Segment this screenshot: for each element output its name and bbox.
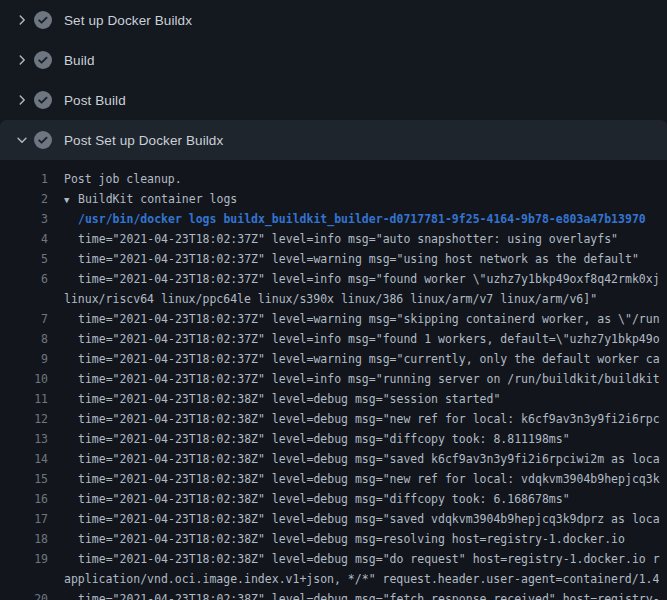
log-line-number[interactable]: 4: [0, 229, 48, 249]
log-row: 3 /usr/bin/docker logs buildx_buildkit_b…: [0, 209, 667, 229]
log-line-number[interactable]: 16: [0, 489, 48, 509]
log-row: 16 time="2021-04-23T18:02:38Z" level=deb…: [0, 489, 667, 509]
log-row: 9 time="2021-04-23T18:02:37Z" level=warn…: [0, 349, 667, 369]
chevron-right-icon[interactable]: [10, 52, 34, 68]
log-line-text: /usr/bin/docker logs buildx_buildkit_bui…: [78, 209, 646, 229]
workflow-log-viewer: Set up Docker Buildx Build Post Build Po…: [0, 0, 667, 600]
log-line-text: time="2021-04-23T18:02:38Z" level=debug …: [78, 389, 500, 409]
log-line-number[interactable]: 20: [0, 589, 48, 600]
log-line-text: linux/riscv64 linux/ppc64le linux/s390x …: [64, 289, 597, 309]
log-line-number[interactable]: 8: [0, 329, 48, 349]
log-line-number[interactable]: 6: [0, 269, 48, 289]
log-row: 20 time="2021-04-23T18:02:38Z" level=deb…: [0, 589, 667, 600]
log-line-text: time="2021-04-23T18:02:37Z" level=warnin…: [78, 309, 660, 329]
log-line-number[interactable]: 1: [0, 169, 48, 189]
check-circle-icon: [34, 51, 52, 69]
log-line-number[interactable]: 15: [0, 469, 48, 489]
log-row: linux/riscv64 linux/ppc64le linux/s390x …: [0, 289, 667, 309]
log-line-text: time="2021-04-23T18:02:37Z" level=info m…: [78, 369, 660, 389]
log-line-text: time="2021-04-23T18:02:38Z" level=debug …: [78, 529, 625, 549]
log-row: 11 time="2021-04-23T18:02:38Z" level=deb…: [0, 389, 667, 409]
chevron-right-icon[interactable]: [10, 92, 34, 108]
log-row: 17 time="2021-04-23T18:02:38Z" level=deb…: [0, 509, 667, 529]
check-circle-icon: [34, 91, 52, 109]
step-row-1[interactable]: Build: [0, 40, 667, 80]
check-circle-icon: [34, 131, 52, 149]
step-label: Set up Docker Buildx: [64, 13, 192, 28]
log-line-number[interactable]: 11: [0, 389, 48, 409]
log-line-number: [0, 289, 48, 309]
log-row: 1 Post job cleanup.: [0, 169, 667, 189]
log-line-number[interactable]: 18: [0, 529, 48, 549]
log-line-number[interactable]: 2: [0, 189, 48, 209]
log-row: 2 ▼BuildKit container logs: [0, 189, 667, 209]
log-line-number[interactable]: 10: [0, 369, 48, 389]
chevron-down-icon[interactable]: [10, 132, 34, 148]
log-line-number[interactable]: 12: [0, 409, 48, 429]
log-line-text: time="2021-04-23T18:02:38Z" level=debug …: [78, 409, 660, 429]
log-row: 10 time="2021-04-23T18:02:37Z" level=inf…: [0, 369, 667, 389]
log-line-text: time="2021-04-23T18:02:38Z" level=debug …: [78, 489, 570, 509]
log-line-number[interactable]: 19: [0, 549, 48, 569]
log-line-number[interactable]: 17: [0, 509, 48, 529]
log-row: 18 time="2021-04-23T18:02:38Z" level=deb…: [0, 529, 667, 549]
log-row: 8 time="2021-04-23T18:02:37Z" level=info…: [0, 329, 667, 349]
log-line-text: time="2021-04-23T18:02:37Z" level=info m…: [78, 269, 660, 289]
step-label: Build: [64, 53, 95, 68]
log-line-number: [0, 569, 48, 589]
log-line-text: ▼BuildKit container logs: [64, 189, 237, 209]
log-line-text: time="2021-04-23T18:02:38Z" level=debug …: [78, 469, 660, 489]
steps-list: Set up Docker Buildx Build Post Build Po…: [0, 0, 667, 160]
step-row-0[interactable]: Set up Docker Buildx: [0, 0, 667, 40]
log-row: 7 time="2021-04-23T18:02:37Z" level=warn…: [0, 309, 667, 329]
step-label: Post Build: [64, 93, 126, 108]
log-line-number[interactable]: 13: [0, 429, 48, 449]
log-line-text: application/vnd.oci.image.index.v1+json,…: [64, 569, 659, 589]
step-row-3[interactable]: Post Set up Docker Buildx: [0, 120, 667, 160]
log-row: 19 time="2021-04-23T18:02:38Z" level=deb…: [0, 549, 667, 569]
log-row: 15 time="2021-04-23T18:02:38Z" level=deb…: [0, 469, 667, 489]
log-area: 1 Post job cleanup. 2 ▼BuildKit containe…: [0, 160, 667, 600]
log-line-text: time="2021-04-23T18:02:37Z" level=warnin…: [78, 349, 660, 369]
log-line-number[interactable]: 7: [0, 309, 48, 329]
group-title[interactable]: BuildKit container logs: [78, 192, 237, 206]
log-line-text: time="2021-04-23T18:02:37Z" level=info m…: [78, 329, 660, 349]
log-line-text: time="2021-04-23T18:02:37Z" level=warnin…: [78, 249, 639, 269]
log-line-text: Post job cleanup.: [64, 169, 182, 189]
log-line-text: time="2021-04-23T18:02:38Z" level=debug …: [78, 549, 660, 569]
log-line-text: time="2021-04-23T18:02:38Z" level=debug …: [78, 449, 660, 469]
check-circle-icon: [34, 11, 52, 29]
log-line-text: time="2021-04-23T18:02:38Z" level=debug …: [78, 509, 660, 529]
log-row: 14 time="2021-04-23T18:02:38Z" level=deb…: [0, 449, 667, 469]
log-line-number[interactable]: 9: [0, 349, 48, 369]
chevron-right-icon[interactable]: [10, 12, 34, 28]
log-line-number[interactable]: 3: [0, 209, 48, 229]
log-line-text: time="2021-04-23T18:02:38Z" level=debug …: [78, 429, 570, 449]
log-line-number[interactable]: 14: [0, 449, 48, 469]
log-row: 13 time="2021-04-23T18:02:38Z" level=deb…: [0, 429, 667, 449]
step-row-2[interactable]: Post Build: [0, 80, 667, 120]
step-label: Post Set up Docker Buildx: [64, 133, 223, 148]
group-expander-icon[interactable]: ▼: [64, 190, 78, 209]
log-row: 4 time="2021-04-23T18:02:37Z" level=info…: [0, 229, 667, 249]
log-line-number[interactable]: 5: [0, 249, 48, 269]
log-row: application/vnd.oci.image.index.v1+json,…: [0, 569, 667, 589]
log-line-text: time="2021-04-23T18:02:37Z" level=info m…: [78, 229, 618, 249]
log-row: 6 time="2021-04-23T18:02:37Z" level=info…: [0, 269, 667, 289]
log-row: 12 time="2021-04-23T18:02:38Z" level=deb…: [0, 409, 667, 429]
log-row: 5 time="2021-04-23T18:02:37Z" level=warn…: [0, 249, 667, 269]
log-line-text: time="2021-04-23T18:02:38Z" level=debug …: [78, 589, 660, 600]
